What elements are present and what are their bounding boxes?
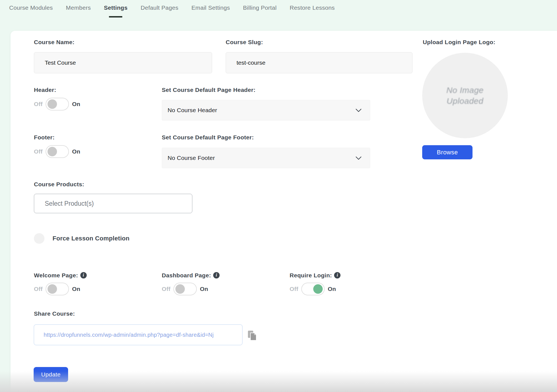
browse-button[interactable]: Browse [422,145,473,159]
default-page-header-select[interactable]: No Course Header [162,100,370,120]
course-products-label: Course Products: [34,181,84,188]
footer-on-label: On [72,148,80,155]
header-on-label: On [72,101,80,107]
require-login-off-label: Off [290,286,298,292]
share-course-label: Share Course: [34,310,75,317]
toggle-knob [48,99,57,109]
tab-default-pages[interactable]: Default Pages [141,4,178,13]
info-icon[interactable]: i [334,272,340,278]
no-image-text: No Image Uploaded [434,85,496,106]
default-page-header-value: No Course Header [168,107,217,114]
toggle-knob [313,284,323,294]
footer-toggle-row: Off On [34,145,80,158]
update-button[interactable]: Update [34,367,68,382]
default-page-header-label: Set Course Default Page Header: [162,87,255,93]
header-toggle-row: Off On [34,98,80,110]
welcome-off-label: Off [34,286,43,292]
dashboard-page-toggle-switch[interactable] [173,283,197,295]
chevron-down-icon [355,109,362,112]
welcome-page-label-text: Welcome Page: [34,272,78,278]
course-slug-input[interactable] [226,52,412,73]
footer-off-label: Off [34,148,43,155]
dashboard-on-label: On [200,286,208,292]
copy-icon[interactable] [248,330,257,341]
welcome-on-label: On [72,286,80,292]
force-lesson-checkbox[interactable] [34,233,44,244]
tab-billing-portal[interactable]: Billing Portal [243,4,277,13]
course-name-input[interactable] [34,52,212,73]
header-off-label: Off [34,101,43,107]
tab-members[interactable]: Members [66,4,91,13]
dashboard-page-label: Dashboard Page:i [162,272,220,279]
default-page-footer-label: Set Course Default Page Footer: [162,134,254,141]
info-icon[interactable]: i [213,272,220,278]
force-lesson-completion-row: Force Lesson Completion [34,233,130,244]
upload-logo-label: Upload Login Page Logo: [423,39,495,46]
footer-toggle-switch[interactable] [46,145,69,158]
tab-course-modules[interactable]: Course Modules [9,4,53,13]
toggle-knob [175,284,185,294]
header-toggle-switch[interactable] [46,98,69,110]
course-settings-page: Course Modules Members Settings Default … [0,0,557,392]
default-page-footer-value: No Course Footer [168,155,215,161]
tab-settings[interactable]: Settings [104,4,128,13]
welcome-page-toggle-switch[interactable] [46,283,69,295]
force-lesson-label: Force Lesson Completion [53,235,130,242]
header-toggle-label: Header: [34,87,56,93]
tab-email-settings[interactable]: Email Settings [192,4,230,13]
dashboard-off-label: Off [162,286,170,292]
info-icon[interactable]: i [80,272,87,278]
chevron-down-icon [355,156,362,160]
require-login-on-label: On [328,286,336,292]
course-name-label: Course Name: [34,39,74,46]
welcome-page-label: Welcome Page:i [34,272,87,279]
require-login-toggle-switch[interactable] [301,283,325,295]
logo-preview-circle: No Image Uploaded [422,53,508,138]
require-login-label: Require Login:i [290,272,340,279]
require-login-toggle-row: Off On [290,283,336,295]
welcome-page-toggle-row: Off On [34,283,80,295]
course-tab-bar: Course Modules Members Settings Default … [9,4,335,13]
dashboard-page-label-text: Dashboard Page: [162,272,211,278]
dashboard-page-toggle-row: Off On [162,283,208,295]
course-products-select-input[interactable] [34,194,192,213]
share-course-url-input[interactable] [34,324,243,345]
toggle-knob [48,147,57,156]
tab-restore-lessons[interactable]: Restore Lessons [290,4,335,13]
require-login-label-text: Require Login: [290,272,332,278]
course-slug-label: Course Slug: [226,39,263,46]
toggle-knob [48,284,57,294]
default-page-footer-select[interactable]: No Course Footer [162,148,370,168]
footer-toggle-label: Footer: [34,134,54,141]
